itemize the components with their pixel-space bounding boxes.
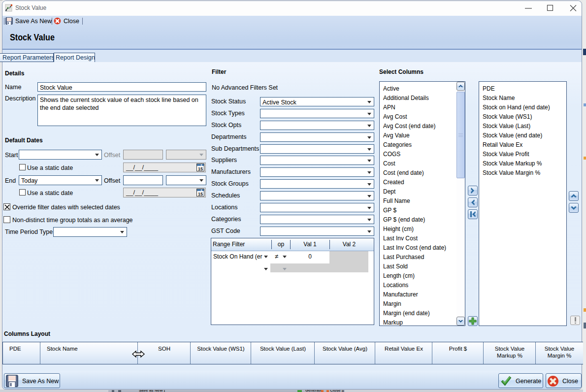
svg-text:15: 15 bbox=[198, 192, 203, 196]
svg-text:15: 15 bbox=[198, 166, 203, 171]
